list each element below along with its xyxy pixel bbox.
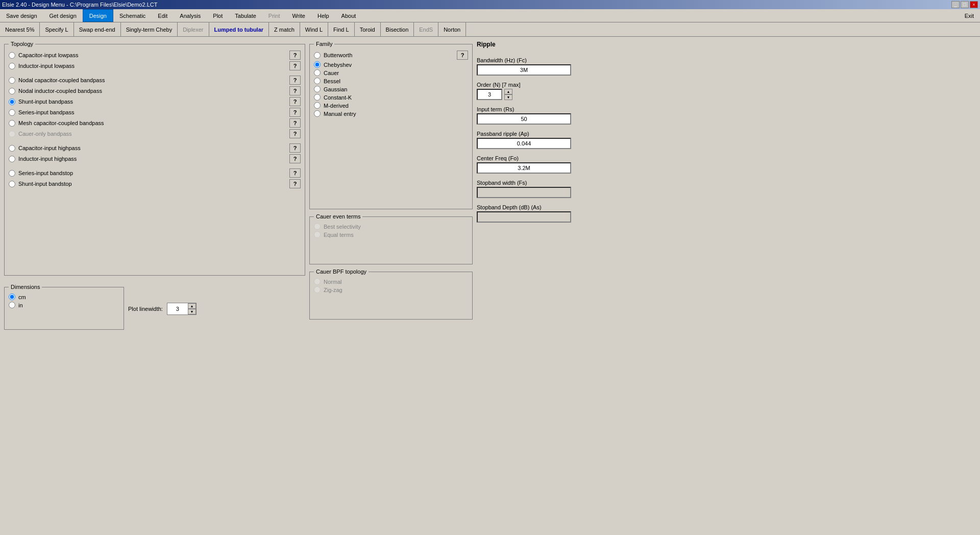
radio-butterworth[interactable] (314, 52, 321, 59)
stopband-width-input[interactable] (477, 187, 571, 198)
passband-ripple-input[interactable] (477, 138, 571, 149)
order-down[interactable]: ▼ (504, 94, 512, 100)
radio-in[interactable] (9, 302, 15, 308)
menu-get-design[interactable]: Get design (43, 9, 83, 22)
radio-shunt-input-bs[interactable] (9, 181, 15, 187)
help-cap-input-hp[interactable]: ? (289, 143, 301, 153)
radio-cauer[interactable] (314, 69, 321, 76)
radio-nodal-ind-bp[interactable] (9, 88, 15, 94)
toolbar-norton[interactable]: Norton (438, 22, 466, 36)
toolbar-bisection[interactable]: Bisection (381, 22, 414, 36)
menu-schematic[interactable]: Schematic (113, 9, 152, 22)
bandwidth-input[interactable] (477, 64, 571, 76)
radio-best-selectivity[interactable] (314, 223, 321, 230)
menu-help[interactable]: Help (311, 9, 335, 22)
help-ind-input-hp[interactable]: ? (289, 154, 301, 163)
radio-ind-input-lp[interactable] (9, 63, 15, 69)
menu-write[interactable]: Write (286, 9, 311, 22)
help-butterworth[interactable]: ? (457, 51, 468, 60)
menu-about[interactable]: About (335, 9, 362, 22)
maximize-button[interactable]: □ (961, 1, 969, 8)
center-freq-input[interactable] (477, 162, 571, 174)
radio-gaussian[interactable] (314, 86, 321, 92)
toolbar-nearest5[interactable]: Nearest 5% (0, 22, 40, 36)
plot-linewidth-down[interactable]: ▼ (188, 309, 196, 314)
toolbar-toroid[interactable]: Toroid (355, 22, 381, 36)
radio-bpf-normal[interactable] (314, 278, 321, 285)
radio-cap-input-lp[interactable] (9, 52, 15, 59)
radio-row-shunt-input-bs: Shunt-input bandstop ? (9, 179, 301, 188)
label-constant-k: Constant-K (324, 94, 468, 101)
menu-edit[interactable]: Edit (152, 9, 174, 22)
radio-row-chebyshev: Chebyshev (314, 61, 468, 68)
close-button[interactable]: × (970, 1, 978, 8)
radio-mesh-cap-bp[interactable] (9, 120, 15, 127)
bandwidth-label: Bandwidth (Hz) (Fc) (477, 57, 579, 63)
label-cm: cm (18, 294, 119, 300)
menu-design[interactable]: Design (83, 9, 113, 22)
label-bessel: Bessel (324, 78, 468, 84)
help-nodal-ind-bp[interactable]: ? (289, 86, 301, 95)
menu-plot[interactable]: Plot (207, 9, 229, 22)
input-term-input[interactable] (477, 113, 571, 125)
help-shunt-input-bp[interactable]: ? (289, 97, 301, 106)
menu-analysis[interactable]: Analysis (174, 9, 207, 22)
toolbar-wind-l[interactable]: Wind L (300, 22, 328, 36)
radio-row-equal-terms: Equal terms (314, 231, 468, 238)
help-series-input-bp[interactable]: ? (289, 108, 301, 117)
radio-bpf-zigzag[interactable] (314, 286, 321, 293)
stopband-width-section: Stopband width (Fs) (477, 180, 579, 198)
plot-linewidth-up[interactable]: ▲ (188, 303, 196, 309)
radio-nodal-cap-bp[interactable] (9, 77, 15, 84)
order-spinners: ▲ ▼ (504, 89, 512, 100)
toolbar-z-match[interactable]: Z match (269, 22, 300, 36)
toolbar-lumped-to-tubular[interactable]: Lumped to tubular (209, 22, 270, 36)
help-shunt-input-bs[interactable]: ? (289, 179, 301, 188)
radio-cauer-only-bp[interactable] (9, 131, 15, 137)
radio-ind-input-hp[interactable] (9, 156, 15, 162)
radio-cap-input-hp[interactable] (9, 145, 15, 152)
toolbar-ends[interactable]: EndS (414, 22, 438, 36)
plot-linewidth-section: Plot linewidth: ▲ ▼ (128, 288, 197, 330)
label-shunt-input-bs: Shunt-input bandstop (18, 181, 286, 187)
radio-cm[interactable] (9, 294, 15, 300)
help-nodal-cap-bp[interactable]: ? (289, 76, 301, 85)
toolbar-singly-term-cheby[interactable]: Singly-term Cheby (121, 22, 178, 36)
order-up[interactable]: ▲ (504, 89, 512, 94)
help-cauer-only-bp[interactable]: ? (289, 129, 301, 138)
help-mesh-cap-bp[interactable]: ? (289, 118, 301, 128)
stopband-depth-section: Stopband Depth (dB) (As) (477, 204, 579, 223)
minimize-button[interactable]: _ (951, 1, 960, 8)
label-manual-entry: Manual entry (324, 111, 468, 117)
toolbar-find-l[interactable]: Find L (328, 22, 355, 36)
toolbar-swap-end-end[interactable]: Swap end-end (74, 22, 121, 36)
help-cap-input-lp[interactable]: ? (289, 51, 301, 60)
plot-linewidth-input[interactable] (167, 303, 188, 314)
radio-row-gaussian: Gaussian (314, 86, 468, 92)
radio-shunt-input-bp[interactable] (9, 99, 15, 105)
toolbar: Nearest 5% Specify L Swap end-end Singly… (0, 22, 980, 37)
radio-bessel[interactable] (314, 78, 321, 84)
stopband-depth-label: Stopband Depth (dB) (As) (477, 204, 579, 210)
menu-print[interactable]: Print (262, 9, 286, 22)
order-input[interactable] (477, 89, 502, 100)
toolbar-diplexer[interactable]: Diplexer (178, 22, 209, 36)
help-series-input-bs[interactable]: ? (289, 168, 301, 178)
title-bar-controls[interactable]: _ □ × (951, 1, 978, 8)
input-term-section: Input term (Rs) (477, 106, 579, 125)
cauer-bpf-box: Cauer BPF topology Normal Zig-zag (309, 269, 473, 320)
radio-equal-terms[interactable] (314, 231, 321, 238)
toolbar-specify-l[interactable]: Specify L (40, 22, 74, 36)
radio-chebyshev[interactable] (314, 61, 321, 68)
menu-exit[interactable]: Exit (959, 9, 980, 22)
stopband-depth-input[interactable] (477, 211, 571, 223)
menu-save-design[interactable]: Save design (0, 9, 43, 22)
radio-manual-entry[interactable] (314, 110, 321, 117)
help-ind-input-lp[interactable]: ? (289, 61, 301, 70)
menu-tabulate[interactable]: Tabulate (229, 9, 262, 22)
radio-m-derived[interactable] (314, 102, 321, 109)
radio-row-manual-entry: Manual entry (314, 110, 468, 117)
radio-constant-k[interactable] (314, 94, 321, 101)
radio-series-input-bp[interactable] (9, 109, 15, 116)
radio-series-input-bs[interactable] (9, 170, 15, 177)
